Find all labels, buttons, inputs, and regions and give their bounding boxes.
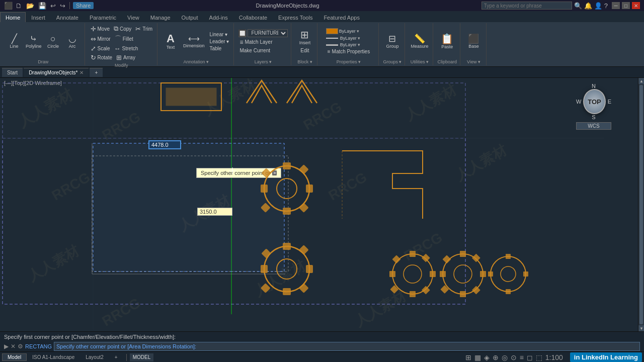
annotation-sub-buttons: Linear ▾ Leader ▾ Table bbox=[208, 31, 231, 52]
notification-icon[interactable]: 🔔 bbox=[584, 2, 592, 10]
leader-button[interactable]: Leader ▾ bbox=[208, 38, 231, 45]
scale-button[interactable]: ⤢Scale bbox=[89, 44, 112, 53]
svg-rect-22 bbox=[283, 243, 291, 250]
dimension-input[interactable] bbox=[148, 140, 181, 149]
lineweight-toggle[interactable]: ≡ bbox=[520, 353, 524, 361]
dimension-button[interactable]: ⟷ Dimension bbox=[182, 34, 206, 49]
tab-express[interactable]: Express Tools bbox=[273, 12, 318, 22]
quick-access-save[interactable]: 💾 bbox=[37, 2, 47, 10]
group-clipboard: 📋 Paste Clipboard bbox=[434, 23, 460, 65]
layer-match-button[interactable]: ≡Match Layer bbox=[238, 38, 274, 46]
command-input[interactable] bbox=[54, 342, 640, 351]
tab-insert[interactable]: Insert bbox=[26, 12, 51, 22]
help-icon[interactable]: ? bbox=[604, 2, 608, 10]
quick-access-open[interactable]: 📂 bbox=[25, 2, 35, 10]
scroll-up-button[interactable]: ▲ bbox=[638, 78, 644, 84]
model-tab[interactable]: Model bbox=[2, 353, 27, 361]
group-layers: 🔲 FURNITURE ≡Match Layer Make Current La… bbox=[235, 23, 291, 65]
mirror-button[interactable]: ⇔Mirror bbox=[89, 34, 112, 44]
quick-access-undo[interactable]: ↩ bbox=[49, 2, 57, 10]
color-swatch[interactable] bbox=[326, 28, 338, 34]
color-dropdown[interactable]: ▾ bbox=[357, 29, 359, 34]
match-prop-icon: ≡ bbox=[328, 49, 331, 54]
layout1-tab[interactable]: ISO A1-Landscape bbox=[27, 353, 80, 361]
svg-rect-34 bbox=[389, 271, 395, 277]
linear-button[interactable]: Linear ▾ bbox=[208, 31, 231, 38]
search-input[interactable] bbox=[481, 2, 572, 10]
svg-point-50 bbox=[491, 256, 526, 292]
table-button[interactable]: Table bbox=[208, 45, 231, 52]
text-icon: A bbox=[167, 33, 175, 44]
tab-view[interactable]: View bbox=[122, 12, 145, 22]
grid-toggle[interactable]: ⊞ bbox=[465, 353, 471, 361]
close-cmd-icon[interactable]: ✕ bbox=[11, 343, 16, 350]
circle-button[interactable]: ○ Circle bbox=[44, 33, 62, 50]
drawing-canvas[interactable]: 3150.0 Specify other corner point or ≡ bbox=[0, 78, 644, 331]
search-icon[interactable]: 🔍 bbox=[574, 2, 582, 10]
rotate-button[interactable]: ↻Rotate bbox=[89, 53, 114, 62]
lineweight-row: ByLayer ▾ bbox=[326, 42, 360, 47]
stretch-button[interactable]: ↔Stretch bbox=[113, 44, 140, 53]
fillet-button[interactable]: ⌒Fillet bbox=[113, 34, 135, 44]
quick-access-new[interactable]: 🗋 bbox=[15, 2, 23, 10]
tab-start[interactable]: Start bbox=[2, 68, 23, 77]
paste-button[interactable]: 📋 Paste bbox=[438, 33, 456, 50]
tab-annotate[interactable]: Annotate bbox=[51, 12, 84, 22]
modify-buttons: ✛Move ⧉Copy ✂Trim ⇔Mirror ⌒Fillet ⤢Scale… bbox=[89, 24, 154, 62]
transparency-toggle[interactable]: ◻ bbox=[527, 353, 533, 361]
minimize-button[interactable]: ─ bbox=[612, 2, 620, 9]
tab-manage[interactable]: Manage bbox=[145, 12, 176, 22]
copy-button[interactable]: ⧉Copy bbox=[112, 24, 133, 33]
group-button[interactable]: ⊟ Group bbox=[383, 33, 401, 50]
cmd-options-icon[interactable]: ⚙ bbox=[18, 343, 23, 350]
ortho-toggle[interactable]: ◈ bbox=[484, 353, 490, 361]
close-button[interactable]: ✕ bbox=[632, 2, 640, 9]
line-button[interactable]: ╱ Line bbox=[5, 33, 23, 50]
add-layout-tab[interactable]: + bbox=[109, 353, 123, 361]
snap-toggle[interactable]: ▦ bbox=[474, 353, 481, 361]
tab-add[interactable]: + bbox=[90, 68, 103, 77]
tab-home[interactable]: Home bbox=[0, 12, 26, 22]
tab-parametric[interactable]: Parametric bbox=[84, 12, 122, 22]
polar-toggle[interactable]: ⊕ bbox=[493, 353, 499, 361]
tab-drawing-close[interactable]: ✕ bbox=[79, 70, 84, 75]
arc-button[interactable]: ◡ Arc bbox=[63, 33, 82, 50]
tab-output[interactable]: Output bbox=[176, 12, 204, 22]
selection-toggle[interactable]: ⬚ bbox=[536, 353, 542, 361]
share-button[interactable]: Share bbox=[73, 2, 94, 9]
tab-collaborate[interactable]: Collaborate bbox=[233, 12, 273, 22]
scroll-thumb[interactable] bbox=[639, 85, 643, 324]
edit-button[interactable]: Edit bbox=[299, 47, 310, 54]
tab-addins[interactable]: Add-ins bbox=[204, 12, 233, 22]
move-button[interactable]: ✛Move bbox=[89, 24, 111, 33]
tab-drawing[interactable]: DrawingMoreObjects* ✕ bbox=[24, 68, 89, 77]
lineweight-dropdown[interactable]: ▾ bbox=[358, 42, 360, 47]
expand-icon[interactable]: ▶ bbox=[4, 343, 9, 350]
dim-input-container[interactable] bbox=[148, 140, 186, 150]
vertical-scrollbar[interactable]: ▲ ▼ bbox=[638, 78, 644, 331]
osnap-toggle[interactable]: ◎ bbox=[502, 353, 508, 361]
annotation-scale[interactable]: 1:100 bbox=[545, 353, 563, 361]
match-properties-button[interactable]: ≡ Match Properties bbox=[326, 48, 371, 55]
array-button[interactable]: ⊞Array bbox=[115, 53, 137, 62]
quick-access-redo[interactable]: ↪ bbox=[59, 2, 66, 10]
linetype-dropdown[interactable]: ▾ bbox=[358, 36, 360, 41]
otrack-toggle[interactable]: ⊙ bbox=[511, 353, 517, 361]
measure-button[interactable]: 📏 Measure bbox=[409, 33, 430, 50]
svg-rect-27 bbox=[299, 245, 309, 255]
polyline-button[interactable]: ⤷ Polyline bbox=[24, 33, 43, 50]
make-current-button[interactable]: Make Current bbox=[238, 47, 272, 54]
user-icon[interactable]: 👤 bbox=[594, 2, 602, 10]
maximize-button[interactable]: □ bbox=[622, 2, 630, 9]
tab-featured[interactable]: Featured Apps bbox=[318, 12, 365, 22]
base-button[interactable]: ⬛ Base bbox=[464, 33, 482, 50]
properties-buttons: ByLayer ▾ ByLayer ▾ ByLayer ▾ ≡ Match Pr… bbox=[326, 24, 371, 58]
canvas-area[interactable]: [—][Top][2D Wireframe] 人人素材 RRCG 人人素材 RR… bbox=[0, 78, 644, 331]
insert-button[interactable]: ⊞ Insert bbox=[296, 29, 314, 46]
layer-dropdown[interactable]: FURNITURE bbox=[248, 29, 288, 37]
layout2-tab[interactable]: Layout2 bbox=[80, 353, 109, 361]
trim-button[interactable]: ✂Trim bbox=[134, 24, 154, 33]
fillet-icon: ⌒ bbox=[115, 34, 121, 43]
text-button[interactable]: A Text bbox=[162, 32, 180, 51]
scroll-down-button[interactable]: ▼ bbox=[638, 325, 644, 331]
